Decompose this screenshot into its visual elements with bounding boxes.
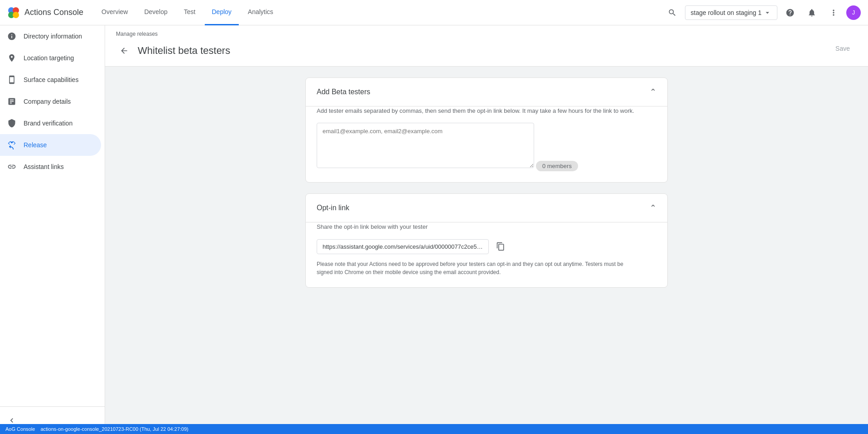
chevron-left-icon — [7, 416, 16, 425]
sidebar-label-release: Release — [24, 141, 47, 149]
collapse-opt-in-icon: ⌃ — [650, 203, 656, 213]
opt-in-link-card: Opt-in link ⌃ Share the opt-in link belo… — [305, 193, 668, 288]
link-icon — [7, 162, 16, 171]
add-beta-testers-description: Add tester emails separated by commas, t… — [317, 106, 656, 116]
optin-note: Please note that your Actions need to be… — [317, 260, 634, 276]
status-brand: AoG Console — [5, 426, 35, 432]
info-icon — [7, 32, 16, 41]
more-options-button[interactable] — [825, 4, 843, 22]
search-button[interactable] — [663, 4, 681, 22]
surface-icon — [7, 75, 16, 84]
page-header: Manage releases Whitelist beta testers S… — [105, 25, 868, 67]
copy-icon — [496, 242, 505, 251]
arrow-back-icon — [120, 46, 129, 55]
sidebar-item-company[interactable]: Company details — [0, 91, 101, 112]
nav-links: Overview Develop Test Deploy Analytics — [94, 0, 663, 25]
members-badge: 0 members — [536, 161, 578, 171]
email-textarea[interactable] — [317, 123, 534, 168]
top-nav: Actions Console Overview Develop Test De… — [0, 0, 868, 25]
app-title: Actions Console — [24, 8, 83, 17]
opt-in-link-body: Share the opt-in link below with your te… — [306, 222, 667, 288]
sidebar-label-brand: Brand verification — [24, 120, 72, 127]
back-button[interactable] — [116, 43, 132, 59]
google-logo-icon — [7, 6, 20, 19]
sidebar-label-surface: Surface capabilities — [24, 76, 78, 83]
page-title: Whitelist beta testers — [138, 45, 230, 57]
members-count: 0 members — [542, 163, 572, 169]
sidebar-item-location[interactable]: Location targeting — [0, 47, 101, 69]
avatar[interactable]: J — [846, 5, 861, 20]
status-bar: AoG Console actions-on-google-console_20… — [0, 424, 868, 434]
nav-test[interactable]: Test — [177, 0, 203, 25]
svg-point-3 — [13, 12, 19, 18]
sidebar-label-assistant-links: Assistant links — [24, 163, 64, 170]
sidebar-label-directory: Directory information — [24, 33, 82, 40]
opt-in-link-description: Share the opt-in link below with your te… — [317, 222, 656, 231]
optin-link-input[interactable] — [317, 239, 489, 254]
collapse-beta-testers-icon: ⌃ — [650, 87, 656, 97]
location-icon — [7, 53, 16, 63]
add-beta-testers-header[interactable]: Add Beta testers ⌃ — [306, 78, 667, 106]
app-logo[interactable]: Actions Console — [7, 6, 83, 19]
release-icon — [7, 140, 16, 149]
save-button[interactable]: Save — [828, 41, 857, 56]
sidebar-item-assistant-links[interactable]: Assistant links — [0, 156, 101, 178]
stage-label: stage rollout on staging 1 — [691, 9, 762, 16]
status-text: actions-on-google-console_20210723-RC00 … — [40, 426, 188, 432]
more-vert-icon — [829, 8, 838, 17]
notifications-button[interactable] — [803, 4, 821, 22]
opt-in-link-header[interactable]: Opt-in link ⌃ — [306, 194, 667, 222]
sidebar-item-brand[interactable]: Brand verification — [0, 112, 101, 134]
content-area: Add Beta testers ⌃ Add tester emails sep… — [105, 67, 868, 309]
sidebar-label-location: Location targeting — [24, 54, 74, 62]
sidebar-item-directory[interactable]: Directory information — [0, 25, 101, 47]
chevron-down-icon — [763, 9, 772, 17]
add-beta-testers-card: Add Beta testers ⌃ Add tester emails sep… — [305, 77, 668, 183]
bell-icon — [807, 8, 816, 17]
optin-row — [317, 238, 656, 255]
shield-icon — [7, 119, 16, 128]
stage-selector[interactable]: stage rollout on staging 1 — [685, 5, 777, 20]
company-icon — [7, 97, 16, 106]
add-beta-testers-body: Add tester emails separated by commas, t… — [306, 106, 667, 182]
nav-right: stage rollout on staging 1 J — [663, 4, 861, 22]
sidebar-item-surface[interactable]: Surface capabilities — [0, 69, 101, 91]
nav-analytics[interactable]: Analytics — [241, 0, 280, 25]
sidebar-label-company: Company details — [24, 98, 71, 105]
main-content: Manage releases Whitelist beta testers S… — [105, 25, 868, 434]
nav-overview[interactable]: Overview — [94, 0, 135, 25]
copy-link-button[interactable] — [492, 238, 509, 255]
opt-in-link-title: Opt-in link — [317, 204, 349, 212]
content-wrapper: Add Beta testers ⌃ Add tester emails sep… — [305, 77, 668, 288]
add-beta-testers-title: Add Beta testers — [317, 88, 370, 96]
help-icon — [786, 8, 795, 17]
sidebar-item-release[interactable]: Release — [0, 134, 101, 156]
sidebar: Directory information Location targeting… — [0, 25, 105, 434]
breadcrumb: Manage releases — [116, 31, 230, 39]
nav-deploy[interactable]: Deploy — [205, 0, 239, 25]
page-title-row: Whitelist beta testers — [116, 39, 230, 66]
nav-develop[interactable]: Develop — [137, 0, 174, 25]
help-button[interactable] — [781, 4, 799, 22]
search-icon — [668, 8, 677, 17]
